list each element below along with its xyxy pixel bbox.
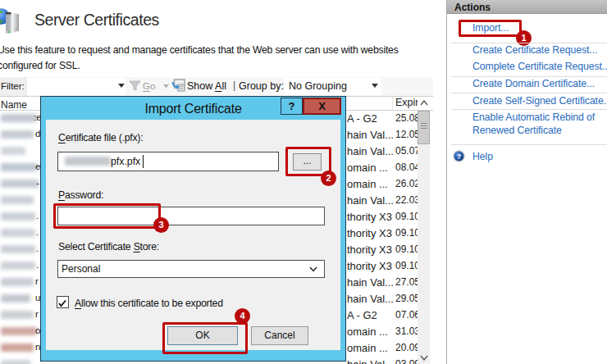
svg-text:?: ? bbox=[457, 152, 462, 161]
